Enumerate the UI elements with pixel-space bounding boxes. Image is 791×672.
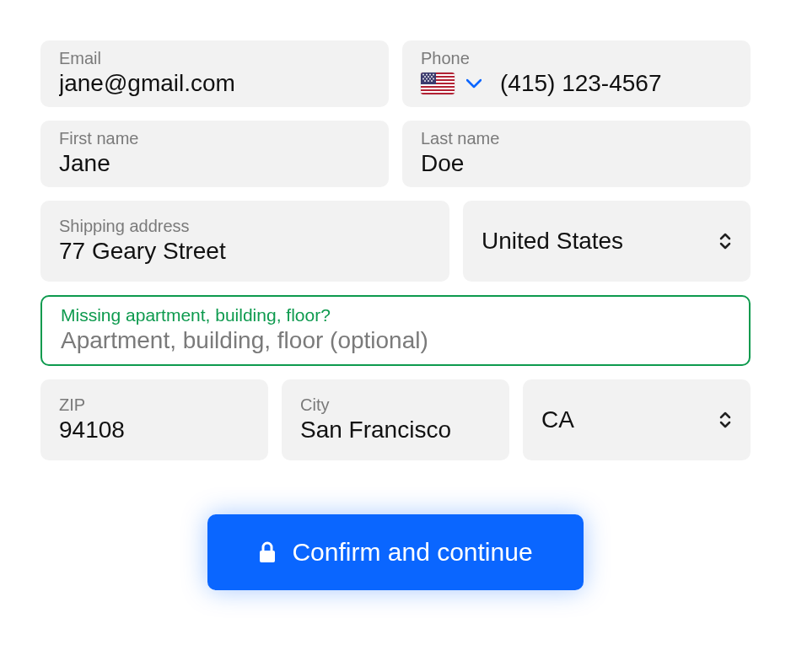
button-row: Confirm and continue <box>40 514 751 590</box>
firstname-label: First name <box>59 129 370 148</box>
row-apartment: Missing apartment, building, floor? <box>40 295 751 366</box>
city-label: City <box>300 395 491 415</box>
chevron-down-icon[interactable] <box>466 75 482 93</box>
state-select[interactable]: CA <box>523 379 751 460</box>
row-name: First name Last name <box>40 121 751 187</box>
us-flag-icon[interactable] <box>421 73 455 94</box>
firstname-input[interactable] <box>59 150 370 177</box>
svg-point-18 <box>433 78 434 80</box>
firstname-field-wrapper[interactable]: First name <box>40 121 389 187</box>
city-input[interactable] <box>300 417 491 444</box>
svg-point-10 <box>429 74 431 76</box>
svg-point-13 <box>428 76 429 78</box>
svg-rect-22 <box>260 551 275 562</box>
apartment-field-wrapper[interactable]: Missing apartment, building, floor? <box>40 295 751 366</box>
shipping-label: Shipping address <box>59 217 431 236</box>
zip-label: ZIP <box>59 395 250 415</box>
city-field-wrapper[interactable]: City <box>282 379 509 460</box>
svg-point-20 <box>428 80 429 82</box>
row-contact: Email Phone <box>40 40 751 107</box>
svg-point-19 <box>424 80 426 82</box>
svg-point-8 <box>422 74 424 76</box>
country-select[interactable]: United States <box>463 201 751 282</box>
phone-input-row <box>421 70 732 97</box>
confirm-button[interactable]: Confirm and continue <box>207 514 583 590</box>
svg-point-9 <box>426 74 428 76</box>
phone-label: Phone <box>421 49 732 68</box>
svg-rect-4 <box>421 84 455 86</box>
confirm-button-label: Confirm and continue <box>292 538 532 567</box>
svg-point-14 <box>431 76 433 78</box>
shipping-field-wrapper[interactable]: Shipping address <box>40 201 449 282</box>
svg-point-12 <box>424 76 426 78</box>
phone-field-wrapper[interactable]: Phone <box>402 40 751 107</box>
svg-point-16 <box>426 78 428 80</box>
email-label: Email <box>59 49 370 68</box>
phone-input[interactable] <box>500 70 732 97</box>
email-input[interactable] <box>59 70 370 97</box>
svg-point-21 <box>431 80 433 82</box>
svg-point-17 <box>429 78 431 80</box>
row-locality: ZIP City CA <box>40 379 751 460</box>
checkout-form: Email Phone <box>40 40 751 590</box>
zip-input[interactable] <box>59 417 250 444</box>
apartment-input[interactable] <box>61 327 730 354</box>
lastname-label: Last name <box>421 129 732 148</box>
country-value: United States <box>482 228 623 255</box>
lock-icon <box>258 540 277 564</box>
zip-field-wrapper[interactable]: ZIP <box>40 379 268 460</box>
lastname-field-wrapper[interactable]: Last name <box>402 121 751 187</box>
svg-rect-6 <box>421 91 455 93</box>
svg-point-11 <box>433 74 434 76</box>
svg-rect-5 <box>421 88 455 89</box>
lastname-input[interactable] <box>421 150 732 177</box>
state-value: CA <box>541 406 574 433</box>
select-arrows-icon <box>718 411 732 428</box>
email-field-wrapper[interactable]: Email <box>40 40 389 107</box>
apartment-label: Missing apartment, building, floor? <box>61 305 730 325</box>
shipping-input[interactable] <box>59 238 431 265</box>
svg-point-15 <box>422 78 424 80</box>
select-arrows-icon <box>718 233 732 250</box>
row-address: Shipping address United States <box>40 201 751 282</box>
